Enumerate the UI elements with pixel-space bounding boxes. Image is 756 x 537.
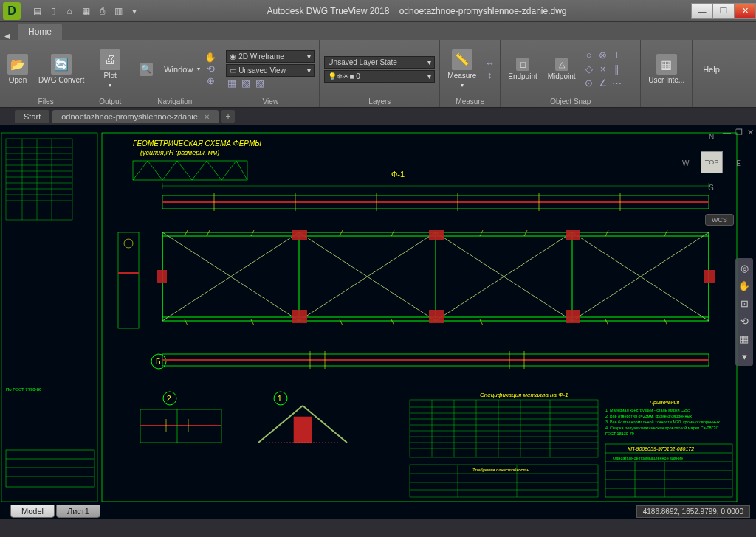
svg-rect-50 — [157, 270, 167, 283]
nav-expand-icon[interactable]: ▾ — [738, 350, 751, 363]
window-label: Window — [164, 65, 193, 74]
zoom-icon[interactable]: ⊕ — [205, 75, 216, 87]
svg-text:Одноэтажное промышленное здани: Одноэтажное промышленное здание — [613, 456, 683, 460]
panel-files: 📂Open 🔄DWG Convert Files — [0, 40, 92, 107]
ribbon-back[interactable]: ◀ — [0, 32, 15, 40]
osnap-icon[interactable]: × — [597, 63, 609, 75]
zoom-extents-icon[interactable]: ⊡ — [738, 297, 751, 310]
wcs-indicator[interactable]: WCS — [705, 214, 734, 226]
close-button[interactable]: ✕ — [734, 3, 756, 19]
chevron-down-icon[interactable]: ▾ — [197, 66, 200, 72]
svg-text:КП-9068059-970102-080172: КП-9068059-970102-080172 — [628, 446, 694, 451]
svg-text:Требуемая огнестойкость: Требуемая огнестойкость — [472, 468, 529, 472]
measure-button[interactable]: 📏Measure▾ — [444, 48, 479, 91]
panel-navigation: 🔍 Window ▾ ✋ ⟲ ⊕ Navigation — [128, 40, 221, 107]
user-interface-button[interactable]: ▦User Inte... — [645, 52, 687, 86]
minimize-button[interactable]: — — [691, 3, 713, 19]
svg-point-53 — [124, 239, 133, 248]
view-icon[interactable]: ▦ — [226, 77, 238, 89]
app-logo[interactable]: D — [3, 2, 21, 20]
panel-label: Navigation — [133, 96, 216, 107]
panel-output: 🖨Plot▾ Output — [92, 40, 128, 107]
osnap-icon[interactable]: ⊗ — [597, 49, 609, 61]
drawing-canvas[interactable]: — ❐ ✕ По ГОСТ 7798-80 ГЕОМЕТРИЧЕСКАЯ СХЕ… — [0, 125, 756, 519]
model-tab[interactable]: Model — [10, 505, 55, 518]
orbit-icon[interactable]: ⟲ — [738, 314, 751, 328]
viewcube-south[interactable]: S — [709, 184, 714, 192]
window-button[interactable]: 🔍 — [133, 61, 159, 77]
document-tabs: Start odnoetazhnoe-promyshlennoe-zdanie✕… — [0, 108, 756, 125]
panel-label: Output — [97, 96, 123, 107]
svg-text:(усилия,кН ;размеры, мм): (усилия,кН ;размеры, мм) — [140, 149, 219, 156]
viewcube[interactable]: N S E W TOP — [682, 133, 741, 192]
add-tab-button[interactable]: + — [221, 110, 235, 123]
panel-label: View — [226, 96, 315, 107]
doctab-file[interactable]: odnoetazhnoe-promyshlennoe-zdanie✕ — [52, 110, 219, 123]
view-icon[interactable]: ▨ — [254, 77, 266, 89]
qat-button[interactable]: ▦ — [78, 4, 93, 18]
osnap-icon[interactable]: ‖ — [611, 63, 623, 75]
drawing-svg: По ГОСТ 7798-80 ГЕОМЕТРИЧЕСКАЯ СХЕМА ФЕР… — [0, 125, 756, 519]
orbit-icon[interactable]: ⟲ — [205, 63, 216, 75]
viewcube-north[interactable]: N — [709, 133, 714, 141]
layer-state-dropdown[interactable]: Unsaved Layer State▾ — [324, 56, 435, 69]
nav-wheel-icon[interactable]: ◎ — [738, 261, 751, 274]
svg-rect-47 — [292, 230, 307, 240]
qat-button[interactable]: ⎙ — [94, 4, 109, 18]
pan-icon[interactable]: ✋ — [205, 52, 216, 63]
osnap-icon[interactable]: ⊥ — [611, 49, 623, 61]
svg-text:2: 2 — [167, 395, 171, 403]
viewcube-west[interactable]: W — [682, 159, 689, 167]
layer-dropdown[interactable]: 💡❄☀■ 0▾ — [324, 70, 435, 83]
qat-button[interactable]: ▥ — [111, 4, 126, 18]
tab-home[interactable]: Home — [18, 24, 62, 40]
osnap-icon[interactable]: ◇ — [583, 63, 595, 75]
plot-button[interactable]: 🖨Plot▾ — [97, 48, 123, 91]
panel-measure: 📏Measure▾ ↔ ↕ Measure — [440, 40, 501, 107]
zoom-window-icon: 🔍 — [140, 63, 153, 76]
panel-view: ◉ 2D Wireframe▾ ▭ Unsaved View▾ ▦▧▨ View — [221, 40, 320, 107]
viewcube-east[interactable]: E — [736, 159, 741, 167]
showmotion-icon[interactable]: ▦ — [738, 332, 751, 345]
help-button[interactable]: Help — [697, 63, 726, 75]
convert-icon: 🔄 — [51, 54, 72, 75]
status-bar — [0, 519, 756, 537]
svg-rect-0 — [1, 133, 97, 502]
svg-rect-45 — [429, 310, 444, 323]
window-title: Autodesk DWG TrueView 2018 odnoetazhnoe-… — [142, 6, 692, 16]
svg-text:4. Сварка полуавтоматическая п: 4. Сварка полуавтоматическая проволокой … — [605, 426, 719, 430]
endpoint-button[interactable]: ◻Endpoint — [505, 56, 540, 82]
saved-view-dropdown[interactable]: ▭ Unsaved View▾ — [226, 64, 315, 77]
folder-open-icon: 📂 — [7, 54, 28, 75]
viewcube-top[interactable]: TOP — [701, 151, 723, 173]
osnap-icon[interactable]: ○ — [583, 49, 595, 61]
qat-button[interactable]: ▤ — [30, 4, 44, 18]
svg-rect-52 — [118, 232, 139, 328]
qat-dropdown[interactable]: ▾ — [127, 4, 142, 18]
doctab-start[interactable]: Start — [15, 110, 49, 123]
layout-tab[interactable]: Лист1 — [56, 505, 100, 518]
dwg-convert-button[interactable]: 🔄DWG Convert — [35, 52, 87, 86]
view-icon[interactable]: ▧ — [240, 77, 252, 89]
maximize-button[interactable]: ❐ — [712, 3, 735, 19]
pan-icon[interactable]: ✋ — [738, 279, 751, 292]
ruler-icon: 📏 — [452, 49, 472, 70]
measure-tool-icon[interactable]: ↕ — [484, 69, 495, 81]
midpoint-button[interactable]: △Midpoint — [545, 56, 579, 82]
panel-label: Files — [4, 96, 87, 107]
open-button[interactable]: 📂Open — [4, 52, 31, 86]
svg-rect-49 — [566, 230, 580, 240]
svg-text:3. Все болты нормальной точнос: 3. Все болты нормальной точности М20, кр… — [605, 420, 720, 424]
qat-button[interactable]: ▯ — [46, 4, 61, 18]
panel-osnap: ◻Endpoint △Midpoint ○⊗⊥ ◇×‖ ⊙∠⋯ Object S… — [501, 40, 641, 107]
osnap-icon[interactable]: ⋯ — [611, 77, 623, 89]
osnap-icon[interactable]: ⊙ — [583, 77, 595, 89]
measure-tool-icon[interactable]: ↔ — [484, 58, 495, 69]
svg-rect-51 — [704, 270, 715, 283]
qat-button[interactable]: ⌂ — [62, 4, 77, 18]
close-tab-icon[interactable]: ✕ — [204, 113, 210, 121]
visual-style-dropdown[interactable]: ◉ 2D Wireframe▾ — [226, 50, 315, 63]
svg-text:Ф-1: Ф-1 — [391, 170, 405, 179]
coordinate-readout: 4186.8692, 1652.9799, 0.0000 — [636, 505, 750, 518]
osnap-icon[interactable]: ∠ — [597, 77, 609, 89]
